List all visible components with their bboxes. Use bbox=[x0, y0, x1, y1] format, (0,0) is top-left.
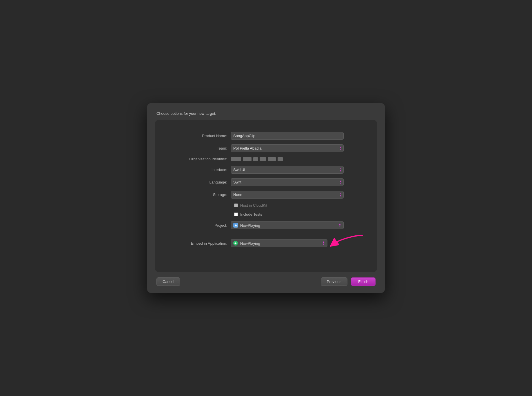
product-name-input[interactable] bbox=[231, 132, 344, 140]
host-cloudkit-row: Host in CloudKit bbox=[167, 203, 365, 208]
interface-select[interactable]: SwiftUI bbox=[231, 166, 344, 174]
previous-button[interactable]: Previous bbox=[321, 277, 348, 286]
org-identifier-label: Organization Identifier: bbox=[167, 157, 231, 161]
interface-select-wrapper: SwiftUI ▲ ▼ bbox=[231, 166, 344, 174]
project-icon: ◈ bbox=[233, 223, 238, 228]
language-row: Language: Swift ▲ ▼ bbox=[167, 178, 365, 186]
dialog-title: Choose options for your new target: bbox=[155, 111, 377, 116]
team-row: Team: Pol Piella Abadia ▲ ▼ bbox=[167, 144, 365, 152]
embed-icon: ◉ bbox=[233, 241, 238, 246]
cancel-button[interactable]: Cancel bbox=[156, 277, 180, 286]
storage-label: Storage: bbox=[167, 192, 231, 197]
org-block-1 bbox=[231, 157, 241, 161]
org-identifier-display bbox=[231, 157, 344, 161]
product-name-row: Product Name: bbox=[167, 132, 365, 140]
org-block-2 bbox=[243, 157, 252, 161]
project-select[interactable]: ◈ NowPlaying ▲ ▼ bbox=[231, 221, 344, 229]
project-row: Project: ◈ NowPlaying ▲ ▼ bbox=[167, 221, 365, 229]
interface-row: Interface: SwiftUI ▲ ▼ bbox=[167, 166, 365, 174]
new-target-dialog: Choose options for your new target: Prod… bbox=[147, 103, 385, 293]
org-block-3 bbox=[253, 157, 258, 161]
host-cloudkit-label: Host in CloudKit bbox=[240, 203, 267, 208]
org-block-4 bbox=[260, 157, 266, 161]
include-tests-label: Include Tests bbox=[240, 212, 262, 217]
embed-select[interactable]: ◉ NowPlaying ▲ ▼ bbox=[231, 239, 327, 247]
form-area: Product Name: Team: Pol Piella Abadia ▲ … bbox=[155, 120, 377, 272]
project-label: Project: bbox=[167, 223, 231, 228]
storage-select-wrapper: None ▲ ▼ bbox=[231, 191, 344, 199]
org-block-5 bbox=[268, 157, 276, 161]
org-block-6 bbox=[278, 157, 283, 161]
language-label: Language: bbox=[167, 180, 231, 184]
footer-right-buttons: Previous Finish bbox=[321, 277, 376, 286]
host-cloudkit-checkbox bbox=[234, 204, 238, 207]
interface-label: Interface: bbox=[167, 168, 231, 172]
include-tests-row: Include Tests bbox=[167, 212, 365, 217]
project-select-value: NowPlaying bbox=[240, 223, 337, 228]
language-select[interactable]: Swift bbox=[231, 178, 344, 186]
arrow-annotation bbox=[330, 234, 365, 251]
storage-row: Storage: None ▲ ▼ bbox=[167, 191, 365, 199]
finish-button[interactable]: Finish bbox=[351, 277, 376, 286]
arrow-annotation-container bbox=[330, 234, 365, 253]
include-tests-checkbox[interactable] bbox=[234, 212, 238, 216]
team-select-wrapper: Pol Piella Abadia ▲ ▼ bbox=[231, 144, 344, 152]
team-label: Team: bbox=[167, 146, 231, 150]
embed-select-value: NowPlaying bbox=[240, 241, 321, 246]
language-select-wrapper: Swift ▲ ▼ bbox=[231, 178, 344, 186]
storage-select[interactable]: None bbox=[231, 191, 344, 199]
embed-label: Embed in Application: bbox=[167, 241, 231, 246]
org-identifier-row: Organization Identifier: bbox=[167, 157, 365, 161]
dialog-footer: Cancel Previous Finish bbox=[155, 277, 377, 286]
product-name-label: Product Name: bbox=[167, 134, 231, 138]
project-select-arrow: ▲ ▼ bbox=[339, 223, 341, 228]
team-select[interactable]: Pol Piella Abadia bbox=[231, 144, 344, 152]
embed-row: Embed in Application: ◉ NowPlaying ▲ ▼ bbox=[167, 234, 365, 253]
embed-select-arrow: ▲ ▼ bbox=[323, 241, 325, 246]
